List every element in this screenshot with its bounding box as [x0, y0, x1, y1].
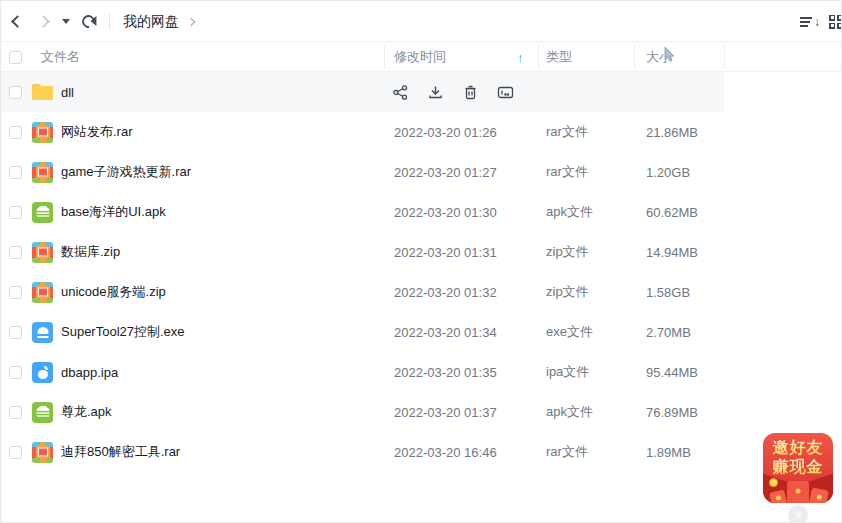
cloud-drive-window: 我的网盘 ↓ 文件名 修改时间 类型 大小 dll: [0, 0, 842, 523]
table-header: 文件名 修改时间 类型 大小: [1, 42, 841, 72]
sort-ascending-icon[interactable]: [517, 42, 524, 72]
promo-invite-banner[interactable]: 邀好友 赚现金: [763, 433, 833, 503]
refresh-icon: [79, 12, 97, 30]
download-icon[interactable]: [427, 84, 444, 101]
file-type: rar文件: [546, 432, 588, 472]
apk-file-icon: [32, 192, 53, 232]
file-date: 2022-03-20 01:37: [394, 392, 497, 432]
promo-text-line2: 赚现金: [763, 457, 833, 476]
row-checkbox[interactable]: [9, 392, 22, 432]
red-envelope-graphic: [763, 475, 833, 503]
column-header-date[interactable]: 修改时间: [394, 42, 446, 72]
breadcrumb-label[interactable]: 我的网盘: [123, 13, 179, 31]
history-dropdown-button[interactable]: [62, 1, 70, 42]
file-size: 2.70MB: [646, 312, 691, 352]
mouse-cursor-icon: [664, 46, 676, 62]
column-header-type[interactable]: 类型: [546, 42, 572, 72]
column-divider: [634, 45, 635, 69]
sort-order-button[interactable]: ↓: [800, 1, 820, 42]
file-size: 1.58GB: [646, 272, 690, 312]
file-name[interactable]: SuperTool27控制.exe: [61, 312, 185, 352]
red-envelope-icon: [808, 487, 829, 503]
table-row[interactable]: game子游戏热更新.rar 2022-03-20 01:27 rar文件 1.…: [1, 152, 724, 192]
column-divider: [538, 45, 539, 69]
row-checkbox[interactable]: [9, 232, 22, 272]
column-header-name[interactable]: 文件名: [41, 42, 80, 72]
ipa-file-icon: [32, 352, 53, 392]
table-row[interactable]: 网站发布.rar 2022-03-20 01:26 rar文件 21.86MB: [1, 112, 724, 152]
row-checkbox[interactable]: [9, 352, 22, 392]
table-row[interactable]: dbapp.ipa 2022-03-20 01:35 ipa文件 95.44MB: [1, 352, 724, 392]
refresh-button[interactable]: [82, 1, 95, 42]
file-date: 2022-03-20 01:35: [394, 352, 497, 392]
row-checkbox[interactable]: [9, 112, 22, 152]
file-type: zip文件: [546, 232, 589, 272]
apk-file-icon: [32, 392, 53, 432]
folder-icon: [32, 72, 53, 112]
file-name[interactable]: base海洋的UI.apk: [61, 192, 166, 232]
table-row[interactable]: unicode服务端.zip 2022-03-20 01:32 zip文件 1.…: [1, 272, 724, 312]
caret-down-icon: [62, 19, 70, 24]
exe-file-icon: [32, 312, 53, 352]
promo-text-line1: 邀好友: [763, 438, 833, 457]
back-button[interactable]: [13, 1, 22, 42]
archive-file-icon: [32, 152, 53, 192]
file-type: rar文件: [546, 152, 588, 192]
file-size: 1.20GB: [646, 152, 690, 192]
share-icon[interactable]: [392, 84, 409, 101]
forward-button[interactable]: [39, 1, 48, 42]
row-checkbox[interactable]: [9, 152, 22, 192]
toolbar-divider: [109, 1, 110, 42]
row-checkbox[interactable]: [9, 312, 22, 352]
file-name[interactable]: unicode服务端.zip: [61, 272, 166, 312]
promo-close-button[interactable]: [788, 505, 808, 523]
file-date: 2022-03-20 01:30: [394, 192, 497, 232]
breadcrumb[interactable]: 我的网盘: [123, 1, 179, 42]
back-icon: [11, 15, 24, 28]
table-row[interactable]: base海洋的UI.apk 2022-03-20 01:30 apk文件 60.…: [1, 192, 724, 232]
file-date: 2022-03-20 01:27: [394, 152, 497, 192]
file-date: 2022-03-20 01:31: [394, 232, 497, 272]
column-divider: [724, 45, 725, 69]
file-name[interactable]: game子游戏热更新.rar: [61, 152, 191, 192]
file-list: dll 网站: [1, 72, 841, 472]
file-size: 21.86MB: [646, 112, 698, 152]
red-envelope-icon: [787, 481, 809, 503]
row-checkbox[interactable]: [9, 192, 22, 232]
delete-icon[interactable]: [462, 84, 479, 101]
file-date: 2022-03-20 01:32: [394, 272, 497, 312]
table-row[interactable]: dll: [1, 72, 724, 112]
file-name[interactable]: dll: [61, 72, 74, 112]
table-row[interactable]: SuperTool27控制.exe 2022-03-20 01:34 exe文件…: [1, 312, 724, 352]
row-checkbox[interactable]: [9, 72, 22, 112]
archive-file-icon: [32, 112, 53, 152]
forward-icon: [37, 15, 50, 28]
file-name[interactable]: 网站发布.rar: [61, 112, 133, 152]
file-type: ipa文件: [546, 352, 589, 392]
file-date: 2022-03-20 01:34: [394, 312, 497, 352]
file-date: 2022-03-20 16:46: [394, 432, 497, 472]
file-size: 14.94MB: [646, 232, 698, 272]
rename-icon[interactable]: [497, 84, 514, 101]
table-row[interactable]: 尊龙.apk 2022-03-20 01:37 apk文件 76.89MB: [1, 392, 724, 432]
file-name[interactable]: 尊龙.apk: [61, 392, 112, 432]
grid-view-icon: [829, 15, 842, 29]
row-checkbox[interactable]: [9, 272, 22, 312]
column-divider: [384, 45, 385, 69]
row-checkbox[interactable]: [9, 432, 22, 472]
file-name[interactable]: 迪拜850解密工具.rar: [61, 432, 180, 472]
archive-file-icon: [32, 232, 53, 272]
file-type: apk文件: [546, 392, 593, 432]
select-all-checkbox[interactable]: [9, 42, 22, 72]
file-type: rar文件: [546, 112, 588, 152]
file-size: 60.62MB: [646, 192, 698, 232]
view-mode-button[interactable]: [829, 1, 842, 42]
table-row[interactable]: 数据库.zip 2022-03-20 01:31 zip文件 14.94MB: [1, 232, 724, 272]
file-name[interactable]: dbapp.ipa: [61, 352, 118, 392]
table-row[interactable]: 迪拜850解密工具.rar 2022-03-20 16:46 rar文件 1.8…: [1, 432, 724, 472]
file-type: apk文件: [546, 192, 593, 232]
file-size: 95.44MB: [646, 352, 698, 392]
row-actions: [392, 72, 514, 112]
file-name[interactable]: 数据库.zip: [61, 232, 120, 272]
file-type: exe文件: [546, 312, 593, 352]
